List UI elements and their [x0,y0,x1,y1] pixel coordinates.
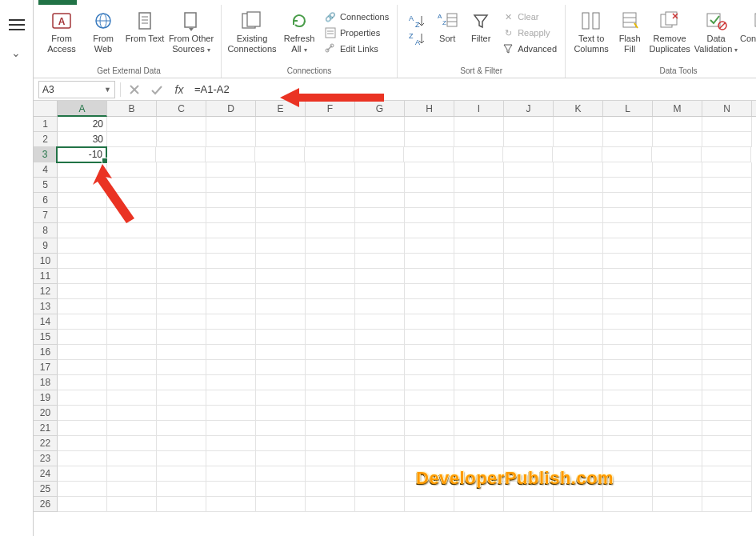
cell-M14[interactable] [653,314,702,330]
cell-D24[interactable] [206,466,256,482]
cell-G5[interactable] [355,178,405,193]
cell-K26[interactable] [554,497,603,512]
column-header-A[interactable]: A [58,101,107,117]
cell-C22[interactable] [157,436,206,451]
cell-H11[interactable] [405,269,454,284]
cell-N24[interactable] [702,466,752,482]
cell-G20[interactable] [355,406,405,421]
cell-I14[interactable] [454,314,504,330]
cell-J5[interactable] [504,178,554,193]
row-header-22[interactable]: 22 [34,436,58,451]
cell-K23[interactable] [554,451,603,466]
cell-J22[interactable] [504,436,554,451]
remove-duplicates-button[interactable]: Remove Duplicates [647,6,692,54]
cell-M3[interactable] [652,147,702,162]
cell-M21[interactable] [653,421,702,436]
from-text-button[interactable]: From Text [125,6,165,54]
cell-C26[interactable] [157,497,206,512]
cell-J3[interactable] [503,147,553,162]
cell-I7[interactable] [454,208,504,223]
cell-A10[interactable] [58,254,107,269]
cell-L17[interactable] [603,360,653,375]
row-header-21[interactable]: 21 [34,421,58,436]
insert-function-button[interactable]: fx [170,81,188,98]
cell-L5[interactable] [603,178,653,193]
cell-M26[interactable] [653,497,702,512]
cell-D5[interactable] [206,178,256,193]
cell-N11[interactable] [702,269,752,284]
cell-H19[interactable] [405,390,454,406]
cell-E10[interactable] [256,254,306,269]
cell-C8[interactable] [157,223,206,238]
cell-B21[interactable] [107,421,157,436]
cell-N15[interactable] [702,330,752,345]
cell-F13[interactable] [306,299,355,314]
cell-K24[interactable] [554,466,603,482]
row-header-17[interactable]: 17 [34,360,58,375]
refresh-all-button[interactable]: Refresh All ▾ [279,6,319,54]
cell-K3[interactable] [553,147,602,162]
cell-L1[interactable] [603,117,653,132]
row-header-2[interactable]: 2 [34,132,58,147]
column-header-N[interactable]: N [702,101,752,116]
sort-az-button[interactable]: AZ ZA [402,6,430,50]
cell-H7[interactable] [405,208,454,223]
cell-A4[interactable] [58,162,107,178]
cell-M9[interactable] [653,238,702,254]
cell-M12[interactable] [653,284,702,299]
cell-M7[interactable] [653,208,702,223]
cell-C19[interactable] [157,390,206,406]
cell-L13[interactable] [603,299,653,314]
cell-L26[interactable] [603,497,653,512]
cell-E1[interactable] [256,117,306,132]
cell-M6[interactable] [653,193,702,208]
column-header-M[interactable]: M [653,101,702,116]
cell-C9[interactable] [157,238,206,254]
clear-button[interactable]: ✕ Clear [498,10,560,24]
cell-H1[interactable] [405,117,454,132]
cell-E4[interactable] [256,162,306,178]
cell-A14[interactable] [58,314,107,330]
cell-E23[interactable] [256,451,306,466]
cell-H14[interactable] [405,314,454,330]
cell-G15[interactable] [355,330,405,345]
cell-L16[interactable] [603,345,653,360]
cell-B16[interactable] [107,345,157,360]
cell-I24[interactable] [454,466,504,482]
cell-E22[interactable] [256,436,306,451]
cell-E16[interactable] [256,345,306,360]
cell-J26[interactable] [504,497,554,512]
cell-I5[interactable] [454,178,504,193]
cell-F20[interactable] [306,406,355,421]
cell-D25[interactable] [206,482,256,497]
cell-B13[interactable] [107,299,157,314]
cell-D11[interactable] [206,269,256,284]
cell-F6[interactable] [306,193,355,208]
cell-F24[interactable] [306,466,355,482]
cell-H22[interactable] [405,436,454,451]
cell-E14[interactable] [256,314,306,330]
cell-M4[interactable] [653,162,702,178]
cell-D15[interactable] [206,330,256,345]
cell-C4[interactable] [157,162,206,178]
cell-C2[interactable] [157,132,206,147]
cell-A20[interactable] [58,406,107,421]
cell-I22[interactable] [454,436,504,451]
cell-H2[interactable] [405,132,454,147]
cell-I26[interactable] [454,497,504,512]
cell-G7[interactable] [355,208,405,223]
cell-D16[interactable] [206,345,256,360]
row-header-11[interactable]: 11 [34,269,58,284]
cell-G22[interactable] [355,436,405,451]
cell-C1[interactable] [157,117,206,132]
cell-J11[interactable] [504,269,554,284]
cell-B15[interactable] [107,330,157,345]
cell-F19[interactable] [306,390,355,406]
cell-B24[interactable] [107,466,157,482]
cell-D13[interactable] [206,299,256,314]
cell-N6[interactable] [702,193,752,208]
cell-F15[interactable] [306,330,355,345]
column-header-H[interactable]: H [405,101,454,116]
cell-H23[interactable] [405,451,454,466]
cell-F18[interactable] [306,375,355,390]
